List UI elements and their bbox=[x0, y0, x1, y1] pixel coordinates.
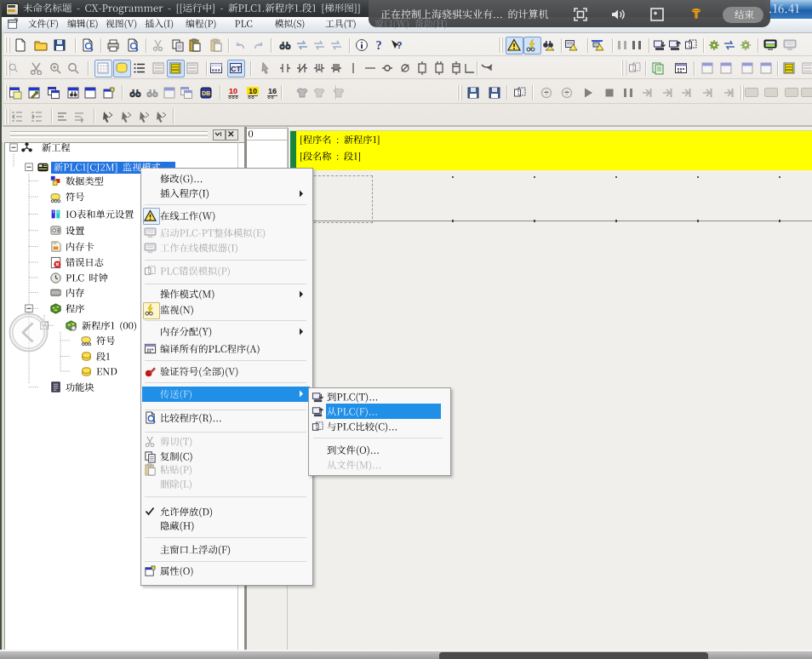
svg-text:10: 10 bbox=[249, 87, 257, 95]
svg-text:10: 10 bbox=[229, 87, 237, 95]
svg-text:DB: DB bbox=[201, 90, 209, 96]
svg-text:CT: CT bbox=[231, 64, 241, 72]
svg-text:16: 16 bbox=[267, 87, 276, 95]
svg-text:?: ? bbox=[397, 40, 403, 50]
svg-text:?: ? bbox=[376, 39, 382, 52]
